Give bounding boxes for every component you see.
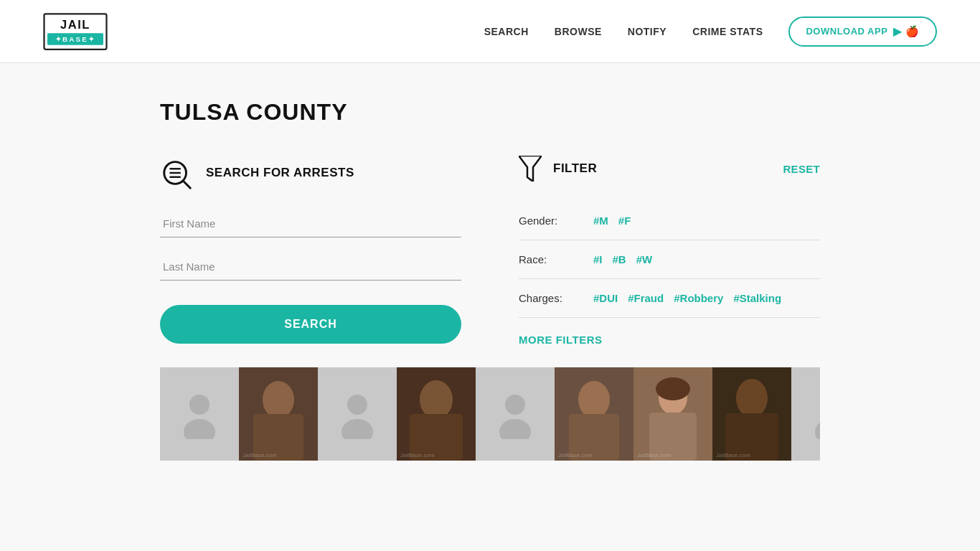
svg-text:JailBase.com: JailBase.com [242,452,277,458]
mugshot-placeholder-1 [160,367,239,461]
gender-filter-row: Gender: #M #F [519,202,820,240]
filter-section: FILTER RESET Gender: #M #F Race: #I #B #… [519,156,820,346]
gender-tag-m[interactable]: #M [593,215,608,227]
mugshot-4[interactable]: JailBase.com [397,367,476,461]
reset-filter-link[interactable]: RESET [783,163,820,175]
filter-title-group: FILTER [519,156,597,182]
mugshot-1[interactable] [160,367,239,461]
race-tag-i[interactable]: #I [593,253,603,265]
charges-filter-row: Charges: #DUI #Fraud #Robbery #Stalking [519,279,820,318]
search-section-header: SEARCH FOR ARRESTS [160,156,461,190]
download-app-button[interactable]: DOWNLOAD APP ▶ 🍎 [788,17,937,47]
svg-text:✦BASE✦: ✦BASE✦ [55,35,96,43]
svg-point-25 [578,381,610,418]
race-tag-b[interactable]: #B [613,253,626,265]
charge-tag-stalking[interactable]: #Stalking [733,292,781,304]
svg-point-11 [184,419,215,439]
svg-point-34 [736,379,768,418]
svg-text:JailBase.com: JailBase.com [558,452,593,458]
main-nav: SEARCH BROWSE NOTIFY CRIME STATS DOWNLOA… [484,17,937,47]
race-tag-w[interactable]: #W [636,253,653,265]
search-section-title: SEARCH FOR ARRESTS [206,166,354,180]
last-name-group [160,253,461,281]
race-label: Race: [519,253,576,265]
last-name-input[interactable] [160,253,461,281]
svg-text:JAIL: JAIL [60,18,90,31]
nav-browse[interactable]: BROWSE [555,26,602,37]
mugshot-placeholder-3 [318,367,397,461]
page-title: TULSA COUNTY [160,99,820,126]
logo-wrapper[interactable]: JAIL ✦BASE✦ [43,10,108,53]
nav-search[interactable]: SEARCH [484,26,529,37]
download-btn-label: DOWNLOAD APP [806,26,887,37]
mugshots-row: JailBase.com JailBase.com [160,367,820,461]
jailbase-logo[interactable]: JAIL ✦BASE✦ [43,10,108,53]
svg-point-38 [815,419,820,439]
main-content: TULSA COUNTY SEARCH FOR ARRESTS [146,63,834,482]
svg-point-17 [341,419,373,439]
svg-line-8 [184,182,191,189]
filter-funnel-icon [519,156,542,182]
filter-header: FILTER RESET [519,156,820,182]
charges-label: Charges: [519,292,576,304]
svg-point-30 [656,377,690,400]
mugshot-placeholder-9 [791,367,820,461]
two-column-layout: SEARCH FOR ARRESTS SEARCH FILTER [160,156,820,346]
mugshot-8[interactable]: JailBase.com [712,367,791,461]
svg-point-13 [263,381,294,418]
download-btn-icons: ▶ 🍎 [893,25,920,38]
site-header: JAIL ✦BASE✦ SEARCH BROWSE NOTIFY CRIME S… [0,0,980,63]
gender-tags: #M #F [593,215,631,227]
gender-label: Gender: [519,215,576,227]
svg-point-16 [347,395,367,415]
svg-point-22 [505,395,525,415]
gender-tag-f[interactable]: #F [618,215,631,227]
charge-tag-fraud[interactable]: #Fraud [628,292,664,304]
more-filters-link[interactable]: MORE FILTERS [519,334,820,346]
svg-text:JailBase.com: JailBase.com [400,452,435,458]
race-filter-row: Race: #I #B #W [519,240,820,279]
mugshot-2[interactable]: JailBase.com [239,367,318,461]
search-section: SEARCH FOR ARRESTS SEARCH [160,156,461,344]
first-name-input[interactable] [160,210,461,237]
svg-point-19 [420,380,453,419]
mugshot-3[interactable] [318,367,397,461]
search-arrests-icon [160,156,194,190]
svg-point-23 [499,419,531,439]
search-button[interactable]: SEARCH [160,305,461,344]
mugshot-5[interactable] [476,367,555,461]
charges-tags: #DUI #Fraud #Robbery #Stalking [593,292,781,304]
mugshot-9[interactable] [791,367,820,461]
svg-point-10 [189,395,209,415]
filter-section-title: FILTER [553,161,597,176]
svg-text:JailBase.com: JailBase.com [716,452,750,458]
mugshot-7[interactable]: JailBase.com [633,367,712,461]
nav-notify[interactable]: NOTIFY [628,26,666,37]
charge-tag-robbery[interactable]: #Robbery [674,292,723,304]
svg-text:JailBase.com: JailBase.com [637,452,672,458]
svg-marker-9 [519,156,542,182]
mugshot-6[interactable]: JailBase.com [555,367,633,461]
nav-crime-stats[interactable]: CRIME STATS [692,26,763,37]
race-tags: #I #B #W [593,253,652,265]
first-name-group [160,210,461,237]
mugshot-placeholder-5 [476,367,555,461]
charge-tag-dui[interactable]: #DUI [593,292,618,304]
